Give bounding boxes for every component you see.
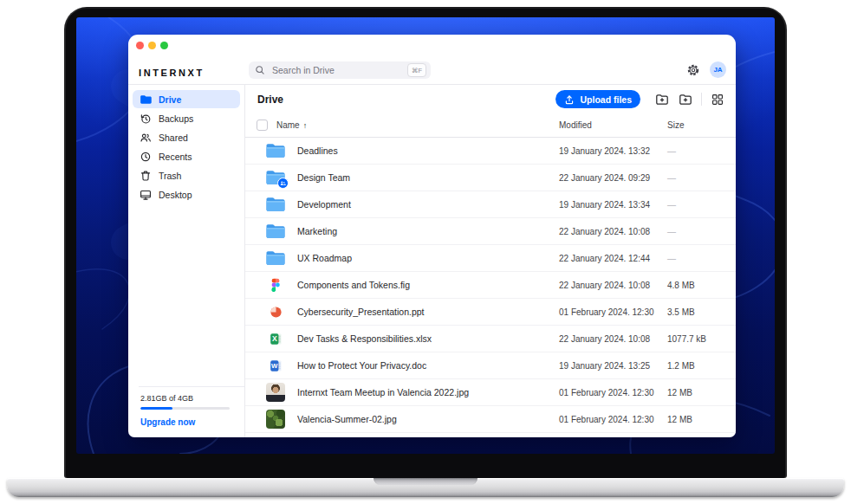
file-modified: 01 February 2024. 12:30 bbox=[559, 415, 667, 424]
sidebar-item-trash[interactable]: Trash bbox=[133, 166, 240, 184]
file-name: Development bbox=[297, 199, 559, 210]
file-size: 4.8 MB bbox=[667, 281, 726, 290]
column-header-modified[interactable]: Modified bbox=[559, 120, 667, 130]
word-icon: W bbox=[264, 359, 287, 372]
upload-icon bbox=[564, 94, 575, 105]
search-icon bbox=[255, 65, 265, 75]
column-header-name[interactable]: Name bbox=[276, 120, 300, 130]
file-name: Cybersecurity_Presentation.ppt bbox=[297, 307, 559, 317]
file-name: Valencia-Summer-02.jpg bbox=[297, 414, 559, 424]
user-avatar[interactable]: JA bbox=[710, 61, 726, 78]
svg-text:X: X bbox=[271, 334, 276, 343]
sidebar-item-label: Trash bbox=[159, 171, 181, 181]
file-name: UX Roadmap bbox=[297, 253, 559, 263]
create-folder-button[interactable] bbox=[677, 91, 694, 108]
gear-icon bbox=[686, 63, 700, 77]
sidebar-item-label: Recents bbox=[159, 152, 192, 162]
file-modified: 19 January 2024. 13:25 bbox=[559, 361, 667, 371]
table-row[interactable]: Development19 January 2024. 13:34— bbox=[245, 191, 736, 218]
sidebar-item-recents[interactable]: Recents bbox=[133, 147, 240, 165]
grid-view-button[interactable] bbox=[709, 91, 726, 108]
table-header: Name ↑ Modified Size bbox=[245, 113, 736, 138]
file-modified: 22 January 2024. 10:08 bbox=[559, 281, 667, 290]
table-row[interactable]: Design Team22 January 2024. 09:29— bbox=[245, 165, 736, 191]
powerpoint-icon bbox=[264, 306, 287, 319]
table-row[interactable]: Components and Tokens.fig22 January 2024… bbox=[245, 272, 736, 299]
backups-icon bbox=[140, 113, 152, 125]
upload-folder-icon bbox=[655, 93, 669, 107]
sidebar: DriveBackupsSharedRecentsTrashDesktop 2.… bbox=[128, 85, 245, 437]
file-name: How to Protect Your Privacy.doc bbox=[297, 360, 559, 371]
search-shortcut-badge: ⌘F bbox=[407, 63, 426, 77]
upload-folder-button[interactable] bbox=[653, 91, 671, 108]
file-size: — bbox=[667, 254, 726, 263]
storage-section: 2.81GB of 4GB Upgrade now bbox=[139, 386, 244, 437]
file-size: — bbox=[667, 227, 726, 236]
column-header-size[interactable]: Size bbox=[667, 120, 726, 130]
file-name: Design Team bbox=[297, 172, 559, 183]
zoom-button[interactable] bbox=[160, 42, 168, 49]
sidebar-item-shared[interactable]: Shared bbox=[133, 128, 240, 146]
table-row[interactable]: Marketing22 January 2024. 10:08— bbox=[245, 218, 736, 245]
storage-usage-text: 2.81GB of 4GB bbox=[140, 394, 230, 403]
search-bar[interactable]: ⌘F bbox=[249, 61, 431, 79]
folder-icon bbox=[264, 249, 287, 267]
folder-shared-icon bbox=[264, 169, 287, 186]
sidebar-item-label: Desktop bbox=[159, 190, 192, 200]
file-modified: 22 January 2024. 12:44 bbox=[559, 254, 667, 263]
select-all-checkbox[interactable] bbox=[257, 120, 268, 131]
storage-progressbar bbox=[140, 407, 230, 410]
file-size: 1077.7 kB bbox=[667, 334, 726, 344]
file-size: 1.2 MB bbox=[667, 361, 726, 371]
shared-icon bbox=[140, 132, 152, 144]
file-modified: 19 January 2024. 13:34 bbox=[559, 200, 667, 210]
sidebar-nav: DriveBackupsSharedRecentsTrashDesktop bbox=[128, 85, 244, 204]
search-input[interactable] bbox=[270, 64, 407, 76]
file-name: Marketing bbox=[297, 226, 559, 236]
sidebar-item-backups[interactable]: Backups bbox=[133, 109, 240, 127]
traffic-lights bbox=[136, 42, 168, 49]
table-row[interactable]: Internxt Team Meetup in Valencia 2022.jp… bbox=[245, 379, 736, 406]
table-row[interactable]: Valencia-Summer-02.jpg01 February 2024. … bbox=[245, 406, 736, 433]
folder-icon bbox=[264, 196, 287, 213]
upgrade-link[interactable]: Upgrade now bbox=[140, 417, 230, 427]
file-modified: 01 February 2024. 12:30 bbox=[559, 307, 667, 317]
recents-icon bbox=[140, 151, 152, 163]
laptop-screen-bezel: INTERNXT ⌘F JA bbox=[64, 7, 787, 478]
table-row[interactable]: Deadlines19 January 2024. 13:32— bbox=[245, 138, 736, 165]
file-size: — bbox=[667, 200, 726, 210]
sidebar-item-drive[interactable]: Drive bbox=[133, 90, 240, 108]
file-size: — bbox=[667, 146, 726, 156]
storage-progress-fill bbox=[140, 407, 172, 410]
close-button[interactable] bbox=[136, 42, 144, 49]
file-size: 12 MB bbox=[667, 415, 726, 424]
file-name: Internxt Team Meetup in Valencia 2022.jp… bbox=[297, 387, 559, 397]
settings-button[interactable] bbox=[686, 63, 700, 77]
file-name: Dev Tasks & Responsibilities.xlsx bbox=[297, 333, 559, 344]
laptop-mockup: INTERNXT ⌘F JA bbox=[0, 0, 851, 504]
sidebar-item-desktop[interactable]: Desktop bbox=[133, 185, 240, 204]
file-size: 12 MB bbox=[667, 388, 726, 397]
table-row[interactable]: Cybersecurity_Presentation.ppt01 Februar… bbox=[245, 299, 736, 326]
window-body: DriveBackupsSharedRecentsTrashDesktop 2.… bbox=[128, 85, 736, 437]
table-row[interactable]: UX Roadmap22 January 2024. 12:44— bbox=[245, 245, 736, 272]
file-list: Deadlines19 January 2024. 13:32—Design T… bbox=[245, 138, 736, 437]
file-modified: 19 January 2024. 13:32 bbox=[559, 146, 667, 156]
window-header: INTERNXT ⌘F JA bbox=[128, 35, 736, 85]
file-size: — bbox=[667, 173, 726, 183]
excel-icon: X bbox=[264, 333, 287, 346]
minimize-button[interactable] bbox=[148, 42, 156, 49]
content-toolbar: Drive Upload files bbox=[245, 85, 736, 113]
table-row[interactable]: WHow to Protect Your Privacy.doc19 Janua… bbox=[245, 352, 736, 379]
upload-files-button[interactable]: Upload files bbox=[555, 90, 640, 108]
app-logo: INTERNXT bbox=[139, 68, 205, 78]
folder-icon bbox=[264, 142, 287, 159]
file-size: 3.5 MB bbox=[667, 307, 726, 317]
toolbar-actions: Upload files bbox=[555, 90, 726, 108]
toolbar-divider bbox=[701, 93, 702, 106]
svg-text:W: W bbox=[271, 362, 278, 370]
trash-icon bbox=[140, 170, 152, 182]
table-row[interactable]: XDev Tasks & Responsibilities.xlsx22 Jan… bbox=[245, 326, 736, 352]
app-window: INTERNXT ⌘F JA bbox=[128, 35, 736, 437]
figma-icon bbox=[264, 278, 287, 292]
